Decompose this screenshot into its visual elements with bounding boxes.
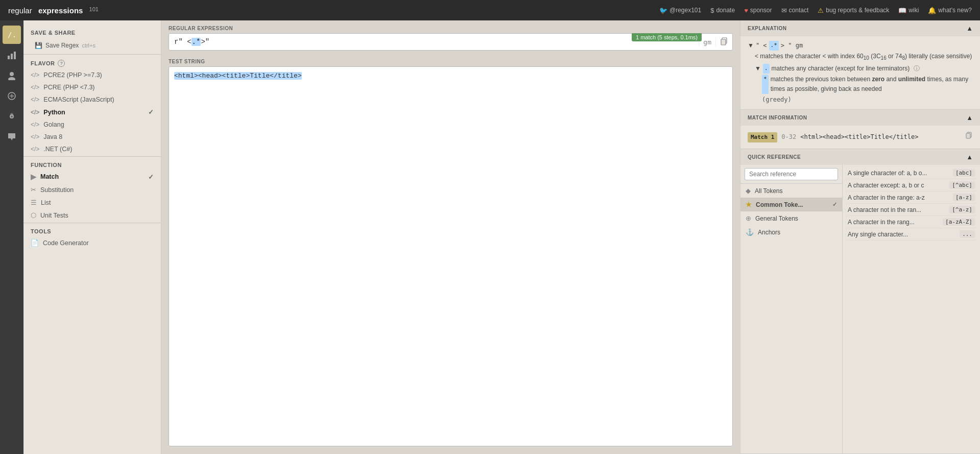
flavor-section-title: FLAVOR ? [23,56,161,69]
svg-rect-10 [966,133,970,138]
tools-section-title: TOOLS [23,224,161,236]
exp-star-line: * matches the previous token between zer… [762,74,973,94]
svg-rect-8 [721,39,726,45]
sidebar-regex-icon[interactable]: /./ [3,26,21,44]
svg-text:/./: /./ [8,31,17,39]
bug-reports-link[interactable]: ⚠bug reports & feedback [818,7,889,14]
exp-dot-line: ▼ . matches any character (except for li… [755,63,973,74]
whats-new-link[interactable]: 🔔what's new? [928,7,972,14]
save-share-row: 💾 Save Regex ctrl+s [23,38,161,53]
qr-entry-2[interactable]: A character in the range: a-z [a-z] [847,192,976,204]
match-info-section: MATCH INFORMATION ▲ Match 1 0-32 <html><… [740,110,980,149]
logo-expressions: expressions [38,6,83,15]
wiki-link[interactable]: 📖wiki [898,7,919,14]
qr-cat-common-tokens[interactable]: ★ Common Toke... ✓ [740,198,842,211]
qr-cat-anchors[interactable]: ⚓ Anchors [740,225,842,239]
top-navigation: regular expressions 101 🐦@regex101 $dona… [0,0,980,20]
qr-entry-0[interactable]: A single character of: a, b o... [abc] [847,167,976,179]
test-string-container[interactable]: <html><head><title>Title</title> [169,66,733,446]
unit-tests-icon: ⬡ [31,211,36,219]
flavor-python[interactable]: </> Python ✓ [23,106,161,118]
function-section-title: FUNCTION [23,158,161,170]
exp-lt-line: < matches the character < with index 601… [755,51,973,63]
test-string-section: TEST STRING <html><head><title>Title</ti… [161,54,740,454]
flavor-golang[interactable]: </> Golang [23,118,161,131]
quick-ref-left: ◆ All Tokens ★ Common Toke... ✓ ⊕ Genera… [740,165,843,453]
match-1-range: 0-32 [781,132,796,142]
flavor-pcre2[interactable]: </> PCRE2 (PHP >=7.3) [23,69,161,81]
flavor-dotnet[interactable]: </> .NET (C#) [23,143,161,155]
quick-ref-categories: ◆ All Tokens ★ Common Toke... ✓ ⊕ Genera… [740,184,842,453]
logo: regular expressions 101 [8,6,99,15]
svg-point-5 [8,77,15,80]
quick-ref-search-area [740,165,842,184]
search-reference-input[interactable] [745,168,838,180]
twitter-link[interactable]: 🐦@regex101 [659,7,701,14]
all-tokens-icon: ◆ [746,187,751,195]
function-match[interactable]: ▶ Match ✓ [23,170,161,183]
regex-highlighted-part: .* [192,38,201,46]
quick-ref-entries-list: A single character of: a, b o... [abc] A… [843,165,980,453]
top-nav-links: 🐦@regex101 $donate ♥sponsor ✉contact ⚠bu… [659,7,972,14]
exp-expand-icon[interactable]: ▼ [748,41,754,51]
qr-entry-1[interactable]: A character except: a, b or c [^abc] [847,179,976,192]
save-icon: 💾 [35,42,42,49]
qr-entry-4[interactable]: A character in the rang... [a-zA-Z] [847,216,976,228]
anchors-icon: ⚓ [746,228,754,236]
svg-point-4 [10,72,14,76]
sidebar-chat-icon[interactable] [3,128,21,146]
function-list[interactable]: ☰ List [23,196,161,209]
sidebar-stats-icon[interactable] [3,46,21,64]
copy-regex-button[interactable] [715,37,732,47]
save-regex-button[interactable]: 💾 Save Regex ctrl+s [31,40,100,51]
match-info-header[interactable]: MATCH INFORMATION ▲ [740,110,980,126]
svg-rect-1 [8,56,10,59]
list-icon: ☰ [31,199,37,206]
qr-entry-5[interactable]: Any single character... ... [847,228,976,241]
donate-link[interactable]: $donate [710,7,735,14]
right-panel: EXPLANATION ▲ ▼ " <.*> " gm < matches th… [740,20,980,454]
qr-entry-3[interactable]: A character not in the ran... [^a-z] [847,204,976,216]
logo-num: 101 [89,6,99,15]
function-substitution[interactable]: ✂ Substitution [23,183,161,196]
sidebar-user-icon[interactable] [3,66,21,85]
code-gen-icon: 📄 [31,239,39,247]
regex-input-wrapper: 1 match (5 steps, 0.1ms) r" <.*>" gm [169,33,733,51]
match-1-badge: Match 1 [748,132,777,142]
svg-rect-3 [14,52,16,59]
exp-dot-expand-icon[interactable]: ▼ [755,64,761,74]
sponsor-link[interactable]: ♥sponsor [744,7,772,14]
sidebar-settings-icon[interactable] [3,107,21,126]
quick-ref-inner: ◆ All Tokens ★ Common Toke... ✓ ⊕ Genera… [740,165,980,453]
flavor-pcre[interactable]: </> PCRE (PHP <7.3) [23,81,161,93]
qr-cat-general-tokens[interactable]: ⊕ General Tokens [740,211,842,225]
quick-ref-collapse-icon: ▲ [966,153,973,161]
match-row-1: Match 1 0-32 <html><head><title>Title</t… [748,130,973,145]
explanation-header[interactable]: EXPLANATION ▲ [740,20,980,36]
left-panel: SAVE & SHARE 💾 Save Regex ctrl+s FLAVOR … [23,20,161,454]
match-copy-icon[interactable] [966,132,973,142]
qr-cat-all-tokens[interactable]: ◆ All Tokens [740,184,842,198]
save-share-section-title: SAVE & SHARE [23,26,161,38]
test-string-label: TEST STRING [169,59,733,64]
flavor-info-icon[interactable]: ? [58,60,65,67]
explanation-content: ▼ " <.*> " gm < matches the character < … [740,36,980,109]
quick-ref-header[interactable]: QUICK REFERENCE ▲ [740,149,980,165]
regex-suffix: >" [201,38,209,46]
tool-code-generator[interactable]: 📄 Code Generator [23,236,161,249]
match-1-value: <html><head><title>Title</title> [800,132,918,142]
flavor-ecmascript[interactable]: </> ECMAScript (JavaScript) [23,93,161,106]
explanation-collapse-icon: ▲ [966,25,973,32]
match-icon: ▶ [31,173,36,181]
exp-greedy-line: (greedy) [762,94,973,105]
icon-sidebar: /./ [0,20,23,454]
regex-label: REGULAR EXPRESSION [169,26,733,31]
flavor-java8[interactable]: </> Java 8 [23,131,161,143]
substitution-icon: ✂ [31,186,36,194]
test-string-match: <html><head><title>Title</title> [174,72,302,80]
function-unit-tests[interactable]: ⬡ Unit Tests [23,209,161,222]
explanation-section: EXPLANATION ▲ ▼ " <.*> " gm < matches th… [740,20,980,110]
regex-display[interactable]: r" <.*>" [169,34,699,50]
sidebar-community-icon[interactable] [3,87,21,105]
contact-link[interactable]: ✉contact [781,7,809,14]
